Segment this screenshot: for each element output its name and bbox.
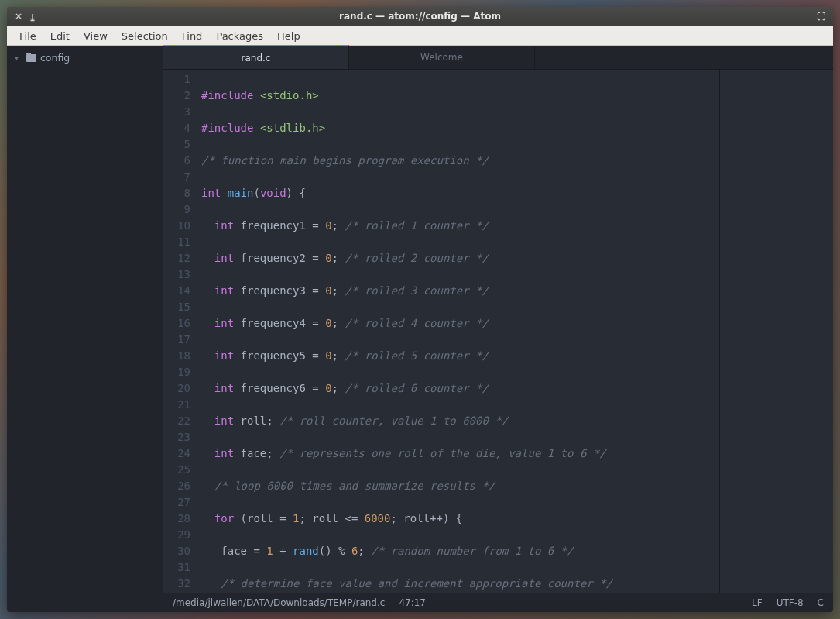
minimize-icon[interactable]: ⤓ [29,13,36,22]
line-number: 15 [163,299,190,315]
editor-column: rand.c Welcome 1 2 3 4 5 6 7 8 9 [163,46,833,612]
tree-root-label: config [40,52,70,64]
menu-edit[interactable]: Edit [44,28,76,44]
tab-label: Welcome [420,52,463,63]
line-number: 16 [163,315,190,332]
line-number: 9 [163,201,190,218]
tab-welcome[interactable]: Welcome [349,46,535,69]
line-number: 20 [163,380,190,397]
line-number: 11 [163,234,190,250]
line-number: 21 [163,397,190,413]
line-number: 19 [163,364,190,380]
code-line: int frequency1 = 0; /* rolled 1 counter … [201,218,719,234]
window-title: rand.c — atom://config — Atom [7,11,833,22]
code-line: int frequency5 = 0; /* rolled 5 counter … [201,348,719,364]
menu-file[interactable]: File [13,28,43,44]
menu-selection[interactable]: Selection [115,28,174,44]
line-number: 2 [163,88,190,104]
status-bar: /media/jlwallen/DATA/Downloads/TEMP/rand… [163,593,833,612]
tab-randc[interactable]: rand.c [163,45,349,69]
menu-find[interactable]: Find [176,28,209,44]
status-encoding[interactable]: UTF-8 [777,597,804,608]
code-line: int frequency4 = 0; /* rolled 4 counter … [201,315,719,332]
code-line: int frequency2 = 0; /* rolled 2 counter … [201,250,719,267]
line-number: 29 [163,527,190,543]
menu-help[interactable]: Help [271,28,307,44]
app-window: × ⤓ rand.c — atom://config — Atom ⛶ File… [7,7,833,612]
line-number: 7 [163,169,190,185]
line-number: 30 [163,543,190,559]
code-line: /* function main begins program executio… [201,153,719,169]
line-number: 3 [163,104,190,120]
code-line: for (roll = 1; roll <= 6000; roll++) { [201,511,719,527]
titlebar: × ⤓ rand.c — atom://config — Atom ⛶ [7,7,833,26]
workspace: ▾ config rand.c Welcome 1 2 3 [7,46,833,612]
menu-packages[interactable]: Packages [210,28,269,44]
tab-bar: rand.c Welcome [163,46,833,70]
line-number: 12 [163,250,190,267]
line-number: 32 [163,576,190,592]
code-line: int face; /* represents one roll of the … [201,445,719,462]
line-number: 23 [163,429,190,445]
line-number: 27 [163,494,190,511]
line-number: 17 [163,332,190,348]
editor[interactable]: 1 2 3 4 5 6 7 8 9 10 11 12 13 14 15 16 1 [163,70,833,593]
line-number: 22 [163,413,190,429]
chevron-down-icon: ▾ [15,53,22,62]
tree-root[interactable]: ▾ config [7,50,163,65]
tab-label: rand.c [242,53,271,64]
code-area[interactable]: #include <stdio.h> #include <stdlib.h> /… [197,70,719,593]
line-number: 5 [163,136,190,153]
minimap[interactable] [719,70,833,593]
code-line: int frequency6 = 0; /* rolled 6 counter … [201,380,719,397]
menu-view[interactable]: View [77,28,114,44]
line-number: 1 [163,71,190,88]
code-line: int main(void) { [201,185,719,201]
line-number: 14 [163,283,190,299]
gutter: 1 2 3 4 5 6 7 8 9 10 11 12 13 14 15 16 1 [163,70,197,593]
close-icon[interactable]: × [15,12,22,21]
code-line: /* loop 6000 times and summarize results… [201,478,719,494]
maximize-icon[interactable]: ⛶ [817,12,825,22]
line-number: 24 [163,445,190,462]
code-line: #include <stdlib.h> [201,120,719,136]
code-line: face = 1 + rand() % 6; /* random number … [201,543,719,559]
line-number: 26 [163,478,190,494]
line-number: 28 [163,511,190,527]
line-number: 25 [163,462,190,478]
line-number: 10 [163,218,190,234]
line-number: 31 [163,559,190,576]
line-number: 13 [163,267,190,283]
line-number: 18 [163,348,190,364]
status-language[interactable]: C [818,597,824,608]
code-line: int roll; /* roll counter, value 1 to 60… [201,413,719,429]
code-line: #include <stdio.h> [201,88,719,104]
line-number: 8 [163,185,190,201]
status-path[interactable]: /media/jlwallen/DATA/Downloads/TEMP/rand… [173,597,385,608]
line-number: 4 [163,120,190,136]
status-cursor[interactable]: 47:17 [399,597,426,608]
code-line: /* determine face value and increment ap… [201,576,719,592]
line-number: 6 [163,153,190,169]
menubar: File Edit View Selection Find Packages H… [7,26,833,46]
code-line: int frequency3 = 0; /* rolled 3 counter … [201,283,719,299]
folder-icon [26,54,36,62]
status-eol[interactable]: LF [752,597,763,608]
treeview[interactable]: ▾ config [7,46,163,612]
